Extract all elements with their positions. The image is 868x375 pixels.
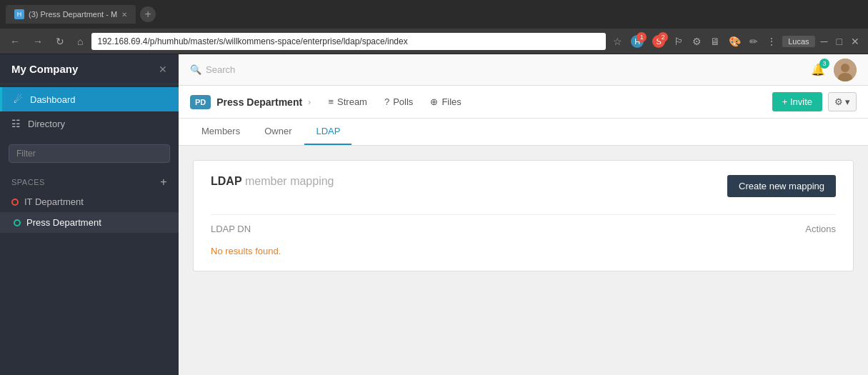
menu-icon[interactable]: ⋮ xyxy=(764,34,779,49)
sidebar-title: My Company xyxy=(11,63,78,75)
files-nav-item[interactable]: ⊕ Files xyxy=(421,94,469,110)
invite-button-label: + Invite xyxy=(782,96,812,107)
tab-favicon: H xyxy=(14,9,24,19)
avatar-image xyxy=(834,59,857,81)
sidebar-filter-area xyxy=(0,139,179,169)
tab-ldap[interactable]: LDAP xyxy=(304,119,351,145)
sidebar: My Company ✕ ☄ Dashboard ☷ Directory SPA… xyxy=(0,54,179,375)
tab-bar: Members Owner LDAP xyxy=(179,119,868,146)
main-content: 🔍 Search 🔔 3 PD Press De xyxy=(179,54,868,375)
no-results-message: No results found. xyxy=(211,246,836,256)
create-mapping-label: Create new mapping xyxy=(739,181,824,191)
it-department-dot xyxy=(11,199,19,206)
search-bar: 🔍 Search xyxy=(190,64,808,75)
dashboard-icon: ☄ xyxy=(14,94,23,105)
space-settings-button[interactable]: ⚙ ▾ xyxy=(828,92,857,111)
minimize-icon[interactable]: ─ xyxy=(818,34,831,49)
polls-nav-item[interactable]: ? Polls xyxy=(376,94,421,110)
sidebar-navigation: ☄ Dashboard ☷ Directory xyxy=(0,84,179,139)
bookmark-icon[interactable]: ☆ xyxy=(610,34,625,49)
ldap-card: Create new mapping LDAP member mapping L… xyxy=(193,160,854,271)
url-bar[interactable]: 192.168.69.4/p/humhub/master/s/willkomme… xyxy=(91,33,606,50)
navigation-bar: ← → ↻ ⌂ 192.168.69.4/p/humhub/master/s/w… xyxy=(0,29,868,54)
settings-dropdown-icon: ▾ xyxy=(845,96,850,107)
table-header: LDAP DN Actions xyxy=(211,214,836,234)
browser-tab[interactable]: H (3) Press Department - M ✕ xyxy=(6,5,136,24)
sidebar-item-directory[interactable]: ☷ Directory xyxy=(0,111,179,136)
space-badge: PD xyxy=(190,95,211,109)
home-button[interactable]: ⌂ xyxy=(73,33,87,50)
stream-icon: ≡ xyxy=(328,96,334,107)
space-item-press-department[interactable]: Press Department xyxy=(0,212,179,233)
close-icon[interactable]: ✕ xyxy=(848,34,862,49)
actions-column-header: Actions xyxy=(805,224,836,234)
invite-button[interactable]: + Invite xyxy=(772,92,822,111)
url-text: 192.168.69.4/p/humhub/master/s/willkomme… xyxy=(97,36,407,46)
space-name: Press Department xyxy=(216,96,302,108)
monitor-icon[interactable]: 🖥 xyxy=(707,34,723,49)
svg-point-1 xyxy=(841,64,849,72)
space-item-it-department[interactable]: IT Department xyxy=(0,191,179,212)
space-navigation: ≡ Stream ? Polls ⊕ Files xyxy=(319,94,469,110)
ldap-dn-column-header: LDAP DN xyxy=(211,224,251,234)
sidebar-header: My Company ✕ xyxy=(0,54,179,84)
forward-button[interactable]: → xyxy=(29,33,47,50)
new-tab-button[interactable]: + xyxy=(140,6,156,22)
top-bar: 🔍 Search 🔔 3 xyxy=(179,54,868,86)
tab-close-button[interactable]: ✕ xyxy=(121,11,127,19)
polls-icon: ? xyxy=(384,96,389,107)
breadcrumb-separator: › xyxy=(308,96,311,107)
press-department-dot xyxy=(14,219,21,226)
flag-icon[interactable]: 🏳 xyxy=(671,34,687,49)
spaces-label: SPACES + xyxy=(11,176,167,189)
sidebar-item-dashboard[interactable]: ☄ Dashboard xyxy=(0,87,179,111)
sidebar-item-dashboard-label: Dashboard xyxy=(30,94,76,105)
search-icon: 🔍 xyxy=(190,64,201,75)
content-area: Create new mapping LDAP member mapping L… xyxy=(179,146,868,375)
sidebar-close-button[interactable]: ✕ xyxy=(159,64,167,75)
avatar[interactable] xyxy=(834,59,857,81)
files-label: Files xyxy=(442,96,461,107)
gear-icon: ⚙ xyxy=(834,96,843,107)
color-icon[interactable]: 🎨 xyxy=(726,34,744,49)
pen-icon[interactable]: ✏ xyxy=(747,34,761,49)
ldap-title-rest: member mapping xyxy=(242,175,334,187)
spaces-add-button[interactable]: + xyxy=(160,176,167,189)
sidebar-filter-input[interactable] xyxy=(9,144,170,163)
space-header: PD Press Department › ≡ Stream ? Polls ⊕… xyxy=(179,86,868,119)
create-mapping-button[interactable]: Create new mapping xyxy=(727,175,836,197)
extension-icon1[interactable]: H 1 xyxy=(628,34,647,49)
stream-nav-item[interactable]: ≡ Stream xyxy=(319,94,376,110)
tab-owner[interactable]: Owner xyxy=(253,119,303,145)
top-icons: 🔔 3 xyxy=(808,59,857,81)
polls-label: Polls xyxy=(393,96,413,107)
back-button[interactable]: ← xyxy=(6,33,24,50)
tab-owner-label: Owner xyxy=(264,126,291,136)
sidebar-item-directory-label: Directory xyxy=(28,119,65,129)
settings-icon[interactable]: ⚙ xyxy=(689,34,704,49)
space-actions: + Invite ⚙ ▾ xyxy=(772,92,857,111)
browser-chrome: H (3) Press Department - M ✕ + xyxy=(0,0,868,29)
browser-nav-icons: ☆ H 1 S 2 🏳 ⚙ 🖥 🎨 ✏ ⋮ Lucas ─ □ ✕ xyxy=(610,34,862,49)
tab-title: (3) Press Department - M xyxy=(29,10,117,19)
notifications-button[interactable]: 🔔 3 xyxy=(808,60,828,79)
app-layout: My Company ✕ ☄ Dashboard ☷ Directory SPA… xyxy=(0,54,868,375)
it-department-label: IT Department xyxy=(24,196,84,207)
ldap-title-bold: LDAP xyxy=(211,175,242,187)
spaces-section: SPACES + xyxy=(0,169,179,191)
ldap-header-row: Create new mapping LDAP member mapping xyxy=(211,175,836,209)
notifications-badge: 3 xyxy=(819,59,829,69)
extension-icon2[interactable]: S 2 xyxy=(649,34,668,49)
press-department-label: Press Department xyxy=(26,217,101,228)
stream-label: Stream xyxy=(337,96,367,107)
spaces-label-text: SPACES xyxy=(11,178,45,186)
tab-members[interactable]: Members xyxy=(190,119,251,145)
tab-ldap-label: LDAP xyxy=(316,126,340,136)
user-label: Lucas xyxy=(782,36,814,47)
refresh-button[interactable]: ↻ xyxy=(51,33,69,50)
search-placeholder[interactable]: Search xyxy=(206,64,235,75)
directory-icon: ☷ xyxy=(11,118,21,129)
tab-members-label: Members xyxy=(201,126,240,136)
maximize-icon[interactable]: □ xyxy=(834,34,845,49)
files-icon: ⊕ xyxy=(430,96,438,107)
